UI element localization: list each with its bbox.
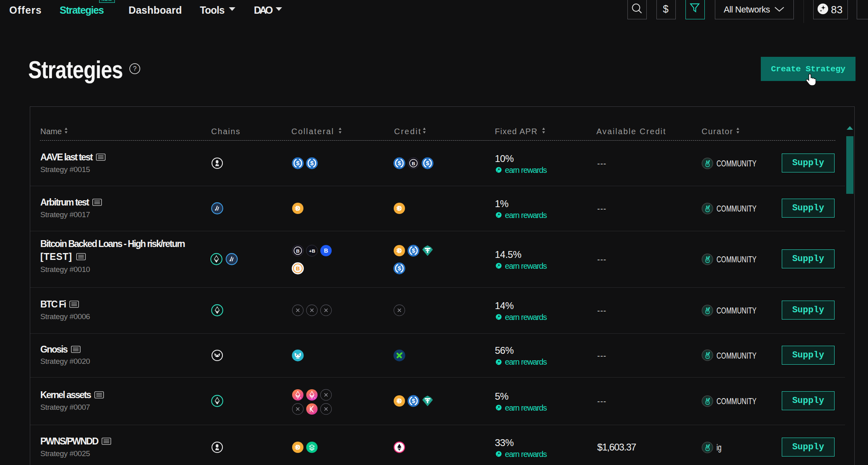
svg-text:?: ?: [133, 65, 137, 72]
